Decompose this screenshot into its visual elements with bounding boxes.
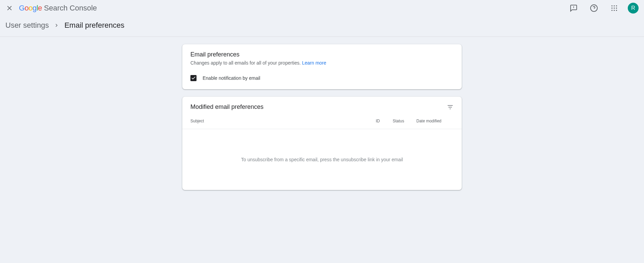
modified-card-title: Modified email preferences: [190, 103, 263, 111]
main-content: Email preferences Changes apply to all e…: [0, 37, 644, 197]
svg-point-4: [612, 5, 613, 6]
empty-state-message: To unsubscribe from a specific email, pr…: [182, 129, 462, 190]
enable-notification-checkbox[interactable]: [190, 75, 197, 81]
learn-more-link[interactable]: Learn more: [302, 60, 326, 66]
breadcrumb: User settings Email preferences: [0, 16, 644, 37]
svg-point-6: [616, 5, 617, 6]
close-icon: [6, 4, 13, 12]
app-header: Google Search Console R: [0, 0, 644, 16]
feedback-button[interactable]: [567, 1, 580, 15]
filter-icon: [447, 104, 454, 111]
header-right: R: [567, 1, 639, 15]
breadcrumb-parent[interactable]: User settings: [5, 21, 49, 30]
account-avatar[interactable]: R: [628, 3, 639, 14]
product-logo[interactable]: Google Search Console: [19, 4, 97, 13]
help-icon: [590, 4, 598, 12]
close-button[interactable]: [5, 4, 14, 12]
col-status: Status: [393, 119, 416, 123]
card-subtitle: Changes apply to all emails for all of y…: [190, 60, 454, 66]
enable-notification-row: Enable notification by email: [190, 75, 454, 81]
help-button[interactable]: [587, 1, 601, 15]
col-date: Date modified: [416, 119, 454, 123]
header-left: Google Search Console: [5, 4, 97, 13]
apps-icon: [611, 5, 618, 11]
col-id: ID: [376, 119, 393, 123]
card-title: Email preferences: [190, 51, 454, 58]
card-subtitle-text: Changes apply to all emails for all of y…: [190, 60, 302, 66]
feedback-icon: [570, 4, 578, 12]
google-logo: Google: [19, 4, 42, 13]
enable-notification-label: Enable notification by email: [203, 75, 260, 81]
svg-point-8: [614, 7, 615, 8]
svg-point-10: [612, 10, 613, 11]
chevron-right-icon: [53, 22, 60, 28]
svg-point-11: [614, 10, 615, 11]
email-preferences-card: Email preferences Changes apply to all e…: [182, 44, 462, 89]
product-name: Search Console: [44, 4, 97, 13]
svg-point-9: [616, 7, 617, 8]
filter-button[interactable]: [447, 104, 454, 111]
table-header: Subject ID Status Date modified: [182, 119, 462, 129]
svg-point-5: [614, 5, 615, 6]
svg-point-12: [616, 10, 617, 11]
svg-point-7: [612, 7, 613, 8]
breadcrumb-current: Email preferences: [64, 21, 124, 30]
checkmark-icon: [191, 76, 196, 80]
modified-preferences-card: Modified email preferences Subject ID St…: [182, 97, 462, 190]
col-subject: Subject: [190, 119, 376, 123]
apps-button[interactable]: [607, 1, 621, 15]
